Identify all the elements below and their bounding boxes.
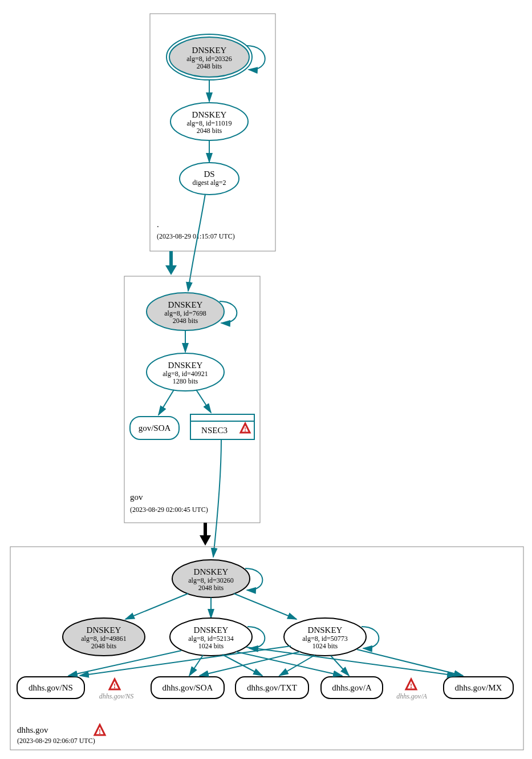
node-gov-ksk: DNSKEY alg=8, id=7698 2048 bits [147, 293, 224, 330]
node-dhhs-soa: dhhs.gov/SOA [151, 677, 224, 699]
svg-text:alg=8, id=50773: alg=8, id=50773 [302, 635, 348, 643]
svg-text:alg=8, id=7698: alg=8, id=7698 [164, 309, 206, 317]
svg-text:!: ! [99, 728, 101, 736]
svg-text:dhhs.gov/NS: dhhs.gov/NS [29, 683, 73, 692]
svg-text:2048 bits: 2048 bits [91, 642, 117, 650]
svg-text:2048 bits: 2048 bits [197, 127, 222, 135]
edge-50773-a [331, 656, 349, 676]
svg-text:dhhs.gov/SOA: dhhs.gov/SOA [163, 683, 213, 692]
node-root-ds: DS digest alg=2 [180, 163, 239, 195]
edge-ksk-to-49861 [125, 594, 188, 619]
svg-text:digest alg=2: digest alg=2 [192, 179, 226, 187]
warn-label-ns: dhhs.gov/NS [99, 692, 133, 700]
node-root-ksk: DNSKEY alg=8, id=20326 2048 bits [166, 34, 252, 80]
zone-timestamp-root: (2023-08-29 01:15:07 UTC) [157, 232, 235, 240]
node-dhhs-txt: dhhs.gov/TXT [235, 677, 308, 699]
zone-label-root: . [157, 220, 159, 229]
svg-text:DNSKEY: DNSKEY [192, 46, 227, 55]
warning-icon: ! [95, 725, 105, 736]
node-dhhs-ns: dhhs.gov/NS [17, 677, 84, 699]
arrowhead-gov-to-dhhs [200, 535, 211, 546]
node-dhhs-52134: DNSKEY alg=8, id=52134 1024 bits [170, 618, 252, 656]
node-dhhs-50773: DNSKEY alg=8, id=50773 1024 bits [284, 618, 366, 656]
svg-text:NSEC3: NSEC3 [201, 426, 228, 435]
zone-timestamp-gov: (2023-08-29 02:00:45 UTC) [130, 506, 208, 514]
edge-gov-zsk-to-soa [159, 390, 174, 415]
svg-text:dhhs.gov/A: dhhs.gov/A [332, 683, 372, 692]
svg-text:!: ! [113, 682, 116, 690]
warning-icon: ! [406, 679, 416, 690]
svg-text:DNSKEY: DNSKEY [194, 625, 229, 635]
node-dhhs-mx: dhhs.gov/MX [444, 677, 513, 699]
svg-text:alg=8, id=30260: alg=8, id=30260 [188, 576, 234, 584]
node-gov-zsk: DNSKEY alg=8, id=40921 1280 bits [147, 353, 224, 391]
node-dhhs-ksk: DNSKEY alg=8, id=30260 2048 bits [172, 560, 250, 597]
svg-text:DS: DS [204, 169, 214, 179]
svg-text:DNSKEY: DNSKEY [194, 567, 229, 576]
svg-text:1024 bits: 1024 bits [312, 642, 338, 650]
svg-text:DNSKEY: DNSKEY [308, 625, 343, 635]
zone-label-dhhs: dhhs.gov [17, 725, 48, 734]
warn-label-a: dhhs.gov/A [396, 692, 427, 700]
svg-text:alg=8, id=40921: alg=8, id=40921 [163, 370, 208, 378]
svg-text:2048 bits: 2048 bits [197, 62, 222, 70]
svg-text:alg=8, id=20326: alg=8, id=20326 [186, 55, 232, 63]
svg-text:gov/SOA: gov/SOA [139, 423, 171, 433]
warning-icon: ! [109, 679, 120, 690]
svg-text:!: ! [410, 682, 412, 690]
edge-50773-txt [279, 655, 315, 676]
edge-nsec3-to-dhhs [213, 439, 221, 557]
svg-text:2048 bits: 2048 bits [173, 317, 198, 325]
arrowhead-root-to-gov [165, 265, 177, 275]
node-root-zsk: DNSKEY alg=8, id=11019 2048 bits [170, 103, 248, 140]
svg-text:DNSKEY: DNSKEY [87, 625, 121, 635]
edge-ksk-to-50773 [234, 594, 297, 619]
zone-timestamp-dhhs: (2023-08-29 02:06:07 UTC) [17, 737, 95, 745]
svg-text:DNSKEY: DNSKEY [168, 361, 203, 370]
node-dhhs-49861: DNSKEY alg=8, id=49861 2048 bits [63, 618, 145, 656]
svg-text:dhhs.gov/TXT: dhhs.gov/TXT [247, 683, 297, 692]
svg-text:1024 bits: 1024 bits [198, 642, 224, 650]
node-gov-soa: gov/SOA [130, 417, 179, 439]
svg-text:1280 bits: 1280 bits [173, 377, 198, 385]
zone-label-gov: gov [130, 492, 143, 502]
svg-text:dhhs.gov/MX: dhhs.gov/MX [455, 683, 502, 692]
svg-text:alg=8, id=49861: alg=8, id=49861 [81, 635, 127, 643]
svg-text:alg=8, id=52134: alg=8, id=52134 [188, 635, 234, 643]
svg-text:DNSKEY: DNSKEY [192, 110, 227, 119]
node-dhhs-a: dhhs.gov/A [321, 677, 383, 699]
edge-gov-zsk-to-nsec3 [196, 390, 211, 413]
svg-text:alg=8, id=11019: alg=8, id=11019 [186, 119, 232, 127]
edge-50773-mx [357, 649, 463, 676]
svg-text:2048 bits: 2048 bits [198, 584, 224, 592]
svg-text:!: ! [244, 426, 246, 433]
svg-text:DNSKEY: DNSKEY [168, 300, 203, 309]
